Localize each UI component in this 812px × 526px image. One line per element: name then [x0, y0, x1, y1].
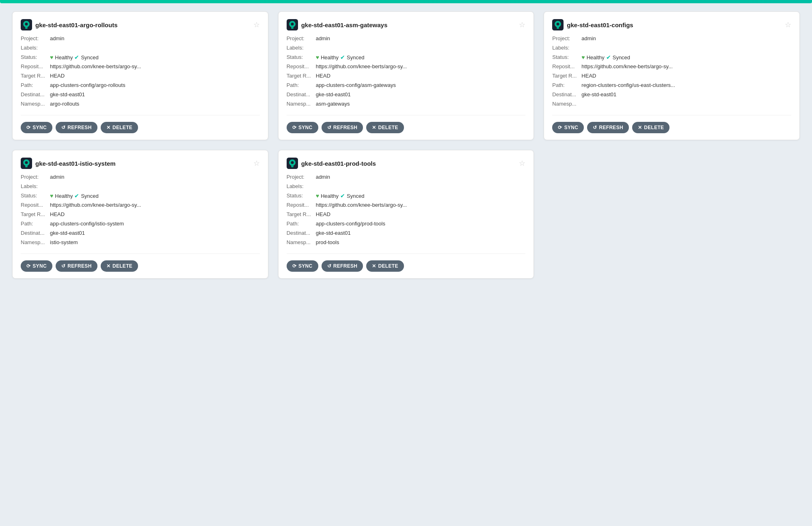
field-row-namespace: Namesp... asm-gateways — [287, 101, 526, 109]
destination-value: gke-std-east01 — [581, 91, 616, 97]
card-actions: ⟳ SYNC ↺ REFRESH ✕ DELETE — [287, 260, 526, 272]
refresh-icon: ↺ — [61, 125, 65, 130]
field-row-repository: Reposit... https://github.com/knee-berts… — [21, 202, 260, 210]
destination-label: Destinat... — [287, 91, 316, 97]
namespace-value: istio-system — [50, 239, 78, 245]
field-row-project: Project: admin — [287, 35, 526, 43]
refresh-icon: ↺ — [593, 125, 597, 130]
synced-text: Synced — [347, 54, 364, 61]
synced-check-icon: ✔ — [340, 193, 345, 199]
field-row-status: Status: ♥ Healthy ✔ Synced — [552, 54, 791, 62]
field-row-status: Status: ♥ Healthy ✔ Synced — [21, 193, 260, 201]
field-row-project: Project: admin — [21, 174, 260, 182]
refresh-button[interactable]: ↺ REFRESH — [56, 122, 97, 133]
svg-point-3 — [291, 23, 294, 26]
delete-button[interactable]: ✕ DELETE — [101, 260, 138, 272]
synced-check-icon: ✔ — [340, 54, 345, 61]
sync-button[interactable]: ⟳ SYNC — [21, 260, 52, 272]
namespace-value: argo-rollouts — [50, 101, 79, 107]
refresh-button[interactable]: ↺ REFRESH — [56, 260, 97, 272]
argo-icon — [287, 158, 298, 169]
delete-button[interactable]: ✕ DELETE — [632, 122, 669, 133]
namespace-label: Namesp... — [287, 101, 316, 107]
synced-text: Synced — [81, 54, 98, 61]
favorite-star-icon[interactable]: ☆ — [519, 20, 525, 29]
repository-value: https://github.com/knee-berts/argo-sy... — [50, 63, 141, 69]
synced-text: Synced — [347, 193, 364, 199]
repository-value: https://github.com/knee-berts/argo-sy... — [581, 63, 672, 69]
favorite-star-icon[interactable]: ☆ — [253, 159, 260, 168]
project-value: admin — [50, 174, 64, 180]
refresh-button[interactable]: ↺ REFRESH — [322, 260, 363, 272]
health-text: Healthy — [55, 54, 73, 61]
labels-label: Labels: — [552, 45, 581, 51]
status-value: ♥ Healthy ✔ Synced — [316, 54, 365, 61]
field-row-path: Path: app-clusters-config/asm-gateways — [287, 82, 526, 90]
favorite-star-icon[interactable]: ☆ — [785, 20, 791, 29]
field-row-path: Path: app-clusters-config/argo-rollouts — [21, 82, 260, 90]
card-title: gke-std-east01-istio-system — [35, 160, 116, 167]
status-label: Status: — [287, 54, 316, 60]
project-label: Project: — [287, 35, 316, 41]
namespace-label: Namesp... — [552, 101, 581, 107]
field-row-labels: Labels: — [287, 45, 526, 53]
status-label: Status: — [21, 54, 50, 60]
path-label: Path: — [287, 221, 316, 227]
field-row-project: Project: admin — [287, 174, 526, 182]
argo-icon — [21, 158, 32, 169]
delete-label: DELETE — [112, 125, 132, 130]
repository-label: Reposit... — [21, 202, 50, 208]
card-fields: Project: admin Labels: Status: ♥ Healthy… — [287, 35, 526, 110]
destination-value: gke-std-east01 — [316, 91, 351, 97]
repository-label: Reposit... — [287, 202, 316, 208]
target-revision-value: HEAD — [316, 211, 330, 217]
delete-label: DELETE — [378, 263, 398, 269]
card-fields: Project: admin Labels: Status: ♥ Healthy… — [287, 174, 526, 249]
path-label: Path: — [21, 82, 50, 88]
card-header: gke-std-east01-prod-tools ☆ — [287, 158, 526, 169]
field-row-labels: Labels: — [287, 183, 526, 191]
card-divider — [21, 115, 260, 115]
card-actions: ⟳ SYNC ↺ REFRESH ✕ DELETE — [287, 122, 526, 133]
favorite-star-icon[interactable]: ☆ — [253, 20, 260, 29]
sync-button[interactable]: ⟳ SYNC — [21, 122, 52, 133]
refresh-button[interactable]: ↺ REFRESH — [587, 122, 629, 133]
field-row-repository: Reposit... https://github.com/knee-berts… — [287, 63, 526, 71]
path-label: Path: — [21, 221, 50, 227]
delete-button[interactable]: ✕ DELETE — [366, 260, 404, 272]
refresh-button[interactable]: ↺ REFRESH — [322, 122, 363, 133]
repository-value: https://github.com/knee-berts/argo-sy... — [316, 202, 407, 208]
card-title: gke-std-east01-prod-tools — [301, 160, 376, 167]
sync-label: SYNC — [298, 263, 313, 269]
status-label: Status: — [287, 193, 316, 199]
project-label: Project: — [552, 35, 581, 41]
sync-button[interactable]: ⟳ SYNC — [287, 260, 318, 272]
project-label: Project: — [21, 174, 50, 180]
card-title: gke-std-east01-configs — [567, 22, 633, 28]
svg-point-9 — [291, 161, 294, 164]
card-actions: ⟳ SYNC ↺ REFRESH ✕ DELETE — [552, 122, 791, 133]
health-text: Healthy — [321, 54, 339, 61]
field-row-target-revision: Target R... HEAD — [287, 211, 526, 219]
cards-grid: gke-std-east01-argo-rollouts ☆ Project: … — [12, 11, 800, 279]
delete-icon: ✕ — [638, 125, 642, 130]
sync-button[interactable]: ⟳ SYNC — [287, 122, 318, 133]
target-revision-value: HEAD — [50, 211, 65, 217]
project-label: Project: — [287, 174, 316, 180]
favorite-star-icon[interactable]: ☆ — [519, 159, 525, 168]
destination-label: Destinat... — [21, 230, 50, 236]
namespace-label: Namesp... — [21, 101, 50, 107]
sync-button[interactable]: ⟳ SYNC — [552, 122, 584, 133]
field-row-status: Status: ♥ Healthy ✔ Synced — [21, 54, 260, 62]
delete-button[interactable]: ✕ DELETE — [101, 122, 138, 133]
delete-button[interactable]: ✕ DELETE — [366, 122, 404, 133]
health-icon: ♥ — [581, 54, 585, 61]
card-header: gke-std-east01-argo-rollouts ☆ — [21, 19, 260, 30]
card-title-group: gke-std-east01-configs — [552, 19, 633, 30]
field-row-namespace: Namesp... istio-system — [21, 239, 260, 247]
page-container: gke-std-east01-argo-rollouts ☆ Project: … — [0, 3, 812, 287]
sync-icon: ⟳ — [292, 263, 296, 269]
argo-icon — [552, 19, 564, 30]
field-row-destination: Destinat... gke-std-east01 — [287, 230, 526, 238]
card-header: gke-std-east01-istio-system ☆ — [21, 158, 260, 169]
